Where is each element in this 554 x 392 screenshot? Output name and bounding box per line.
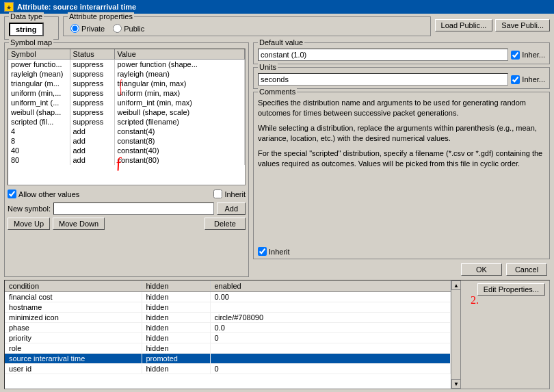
symbol-table-row[interactable]: weibull (shap... suppress weibull (shape… (8, 107, 245, 117)
inherit-label[interactable]: Inherit (213, 190, 246, 198)
status-cell: suppress (70, 98, 114, 107)
hidden-cell: hidden (142, 302, 210, 313)
symbol-table-row[interactable]: 80 add constant(80) (8, 155, 245, 165)
bottom-table-row[interactable]: priority hidden 0 (5, 333, 451, 343)
enabled-cell: 0 (210, 333, 451, 343)
units-input[interactable] (258, 73, 508, 86)
enabled-cell: 0.00 (210, 292, 451, 302)
symbol-cell: uniform_int (... (8, 98, 70, 107)
symbol-table-row[interactable]: uniform_int (... suppress uniform_int (m… (8, 98, 245, 107)
value-cell: power function (shape... (114, 60, 245, 70)
comments-text: Specifies the distribution name and argu… (258, 98, 545, 244)
title-text: Attribute: source interarrival time (17, 3, 136, 11)
symbol-table-row[interactable]: uniform (min,... suppress uniform (min, … (8, 88, 245, 98)
bottom-table-row[interactable]: role hidden (5, 343, 451, 354)
symbol-map-legend: Symbol map (9, 38, 53, 47)
default-value-legend: Default value (258, 38, 304, 47)
value-cell: triangular (min, max) (114, 79, 245, 88)
condition-cell: financial cost (5, 292, 142, 302)
hidden-cell: hidden (142, 343, 210, 354)
bottom-table-row[interactable]: source interarrival time promoted (5, 354, 451, 364)
default-inherit-label[interactable]: Inher... (511, 51, 545, 60)
bottom-table-row[interactable]: financial cost hidden 0.00 (5, 292, 451, 302)
symbol-cell: 8 (8, 136, 70, 146)
condition-cell: hostname (5, 302, 142, 313)
enabled-cell (210, 354, 451, 364)
symbol-table-container: Symbol Status Value power functio... sup… (8, 49, 246, 185)
units-row: Inher... (258, 73, 545, 86)
private-radio-label[interactable]: Private (70, 24, 105, 33)
ok-button[interactable]: OK (461, 263, 502, 276)
default-value-input[interactable] (258, 49, 508, 61)
status-cell: suppress (70, 107, 114, 117)
data-type-string-button[interactable]: string (9, 23, 44, 36)
new-symbol-input[interactable] (53, 202, 214, 215)
symbol-table-row[interactable]: 8 add constant(8) (8, 136, 245, 146)
scroll-down-btn[interactable]: ▼ (451, 379, 461, 389)
dialog-bottom-row: OK Cancel (253, 262, 550, 277)
enabled-cell: 0 (210, 364, 451, 374)
enabled-cell (210, 343, 451, 354)
move-delete-row: Move Up Move Down Delete (8, 218, 246, 230)
symbol-table-row[interactable]: rayleigh (mean) suppress rayleigh (mean) (8, 69, 245, 79)
new-symbol-row: New symbol: Add (8, 202, 246, 215)
hidden-cell: hidden (142, 313, 210, 323)
col-status: Status (70, 49, 114, 60)
comments-inherit-row: Inherit (258, 247, 545, 256)
comments-group: Comments Specifies the distribution name… (253, 92, 550, 259)
hidden-cell: hidden (142, 323, 210, 333)
bottom-col-enabled: enabled (210, 280, 451, 292)
value-cell: constant(8) (114, 136, 245, 146)
title-icon: ★ (4, 2, 14, 12)
inherit-checkbox[interactable] (213, 190, 222, 198)
default-inherit-checkbox[interactable] (511, 51, 520, 60)
public-radio[interactable] (113, 24, 122, 33)
units-inherit-label[interactable]: Inher... (511, 75, 545, 84)
hidden-cell: promoted (142, 354, 210, 364)
add-button[interactable]: Add (217, 202, 246, 215)
move-up-button[interactable]: Move Up (8, 218, 50, 230)
bottom-right-panel: Edit Properties... (460, 280, 549, 389)
comments-p3: For the special "scripted" distribution,… (258, 148, 545, 170)
symbol-table-row[interactable]: scripted (fil... suppress scripted (file… (8, 117, 245, 127)
load-public-button[interactable]: Load Public... (435, 19, 493, 31)
top-right-buttons: Load Public... Save Publi... (435, 16, 550, 31)
value-cell: rayleigh (mean) (114, 69, 245, 79)
delete-button[interactable]: Delete (205, 218, 246, 230)
enabled-cell: 0.0 (210, 323, 451, 333)
bottom-table-row[interactable]: minimized icon hidden circle/#708090 (5, 313, 451, 323)
status-cell: suppress (70, 60, 114, 70)
move-down-button[interactable]: Move Down (53, 218, 105, 230)
save-public-button[interactable]: Save Publi... (495, 19, 550, 31)
condition-cell: source interarrival time (5, 354, 142, 364)
allow-other-values-label[interactable]: Allow other values (8, 190, 79, 198)
right-panel: Default value Inher... Units Inher... (253, 42, 550, 277)
top-row: Data type string Attribute properties Pr… (4, 16, 550, 40)
bottom-table-row[interactable]: user id hidden 0 (5, 364, 451, 374)
symbol-table-row[interactable]: triangular (m... suppress triangular (mi… (8, 79, 245, 88)
bottom-table-row[interactable]: hostname hidden (5, 302, 451, 313)
units-inherit-checkbox[interactable] (511, 75, 520, 84)
cancel-button[interactable]: Cancel (506, 263, 547, 276)
scroll-up-btn[interactable]: ▲ (451, 280, 461, 290)
condition-cell: role (5, 343, 142, 354)
enabled-cell (210, 302, 451, 313)
edit-properties-button[interactable]: Edit Properties... (477, 283, 545, 296)
allow-other-values-checkbox[interactable] (8, 190, 16, 198)
title-bar: ★ Attribute: source interarrival time (0, 0, 554, 14)
status-cell: add (70, 136, 114, 146)
bottom-section: condition hidden enabled financial cost … (4, 280, 550, 389)
public-radio-label[interactable]: Public (113, 24, 144, 33)
symbol-table-row[interactable]: 40 add constant(40) (8, 146, 245, 155)
symbol-table-row[interactable]: 4 add constant(4) (8, 127, 245, 136)
default-value-row: Inher... (258, 49, 545, 61)
bottom-table-row[interactable]: phase hidden 0.0 (5, 323, 451, 333)
private-radio[interactable] (70, 24, 79, 33)
symbol-cell: rayleigh (mean) (8, 69, 70, 79)
allow-other-values-text: Allow other values (18, 190, 79, 198)
comments-inherit-checkbox[interactable] (258, 247, 267, 256)
symbol-table-row[interactable]: power functio... suppress power function… (8, 60, 245, 70)
symbol-cell: weibull (shap... (8, 107, 70, 117)
bottom-scrollbar[interactable]: ▲ ▼ (451, 280, 460, 389)
status-cell: suppress (70, 117, 114, 127)
